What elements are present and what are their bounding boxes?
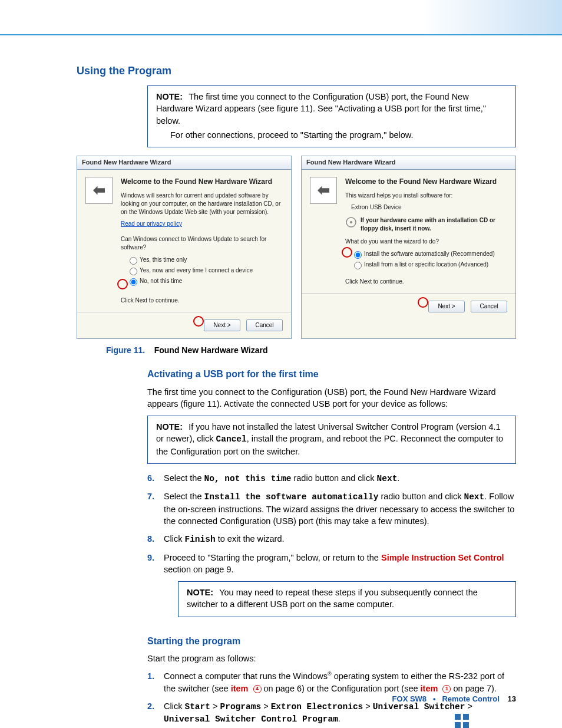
heading-using-the-program: Using the Program bbox=[77, 64, 516, 78]
wizard-titlebar: Found New Hardware Wizard bbox=[77, 156, 291, 169]
callout-circle bbox=[342, 247, 352, 258]
svg-point-1 bbox=[350, 221, 352, 223]
paragraph-start: Start the program as follows: bbox=[147, 653, 516, 664]
wizard-dialog-left: Found New Hardware Wizard Welcome to the… bbox=[77, 156, 292, 338]
step-7: Select the Install the software automati… bbox=[147, 490, 516, 527]
wizard-paragraph: This wizard helps you install software f… bbox=[345, 192, 507, 200]
cancel-button[interactable]: Cancel bbox=[246, 319, 283, 331]
steps-list-a: Select the No, not this time radio butto… bbox=[147, 472, 516, 617]
heading-starting-program: Starting the program bbox=[147, 635, 516, 648]
note-box-1: NOTE: The first time you connect to the … bbox=[147, 85, 516, 147]
next-button[interactable]: Next > bbox=[204, 319, 240, 331]
wizard-footer-text: Click Next to continue. bbox=[121, 297, 283, 305]
step-1: Connect a computer that runs the Windows… bbox=[147, 670, 516, 694]
paragraph-activating: The first time you connect to the Config… bbox=[147, 386, 516, 410]
wizard-footer-text: Click Next to continue. bbox=[345, 278, 507, 286]
wizard-question: Can Windows connect to Windows Update to… bbox=[121, 235, 283, 252]
note-box-3: NOTE: You may need to repeat these steps… bbox=[178, 581, 516, 617]
footer-bullet: • bbox=[433, 694, 436, 703]
note-box-2: NOTE: If you have not installed the late… bbox=[147, 416, 516, 464]
wizard-question: What do you want the wizard to do? bbox=[345, 238, 507, 246]
step-9: Proceed to "Starting the program," below… bbox=[147, 552, 516, 617]
note-1-line-1: The first time you connect to the Config… bbox=[156, 92, 486, 126]
figure-caption: Figure 11. Found New Hardware Wizard bbox=[106, 345, 516, 357]
page-header-gradient bbox=[0, 0, 562, 35]
link-item-4[interactable]: item bbox=[231, 684, 249, 693]
radio-yes-once[interactable]: Yes, this time only bbox=[127, 255, 283, 265]
note-label: NOTE: bbox=[187, 588, 213, 597]
footer-section: Remote Control bbox=[442, 694, 500, 703]
svg-rect-2 bbox=[455, 714, 461, 720]
wizard-dialog-right: Found New Hardware Wizard Welcome to the… bbox=[301, 156, 516, 338]
wizard-icon bbox=[310, 177, 337, 204]
wizard-paragraph: Windows will search for current and upda… bbox=[121, 192, 283, 216]
callout-number-icon: 4 bbox=[253, 685, 262, 693]
privacy-link[interactable]: Read our privacy policy bbox=[121, 220, 283, 228]
heading-activating-usb: Activating a USB port for the first time bbox=[147, 368, 516, 381]
cancel-literal: Cancel bbox=[216, 434, 247, 444]
radio-no-not-this-time[interactable]: No, not this time bbox=[127, 276, 283, 286]
radio-install-list[interactable]: Install from a list or specific location… bbox=[351, 260, 507, 269]
footer-product: FOX SW8 bbox=[392, 694, 427, 703]
program-icon bbox=[454, 713, 470, 728]
cancel-button[interactable]: Cancel bbox=[471, 301, 507, 312]
cd-instruction: If your hardware came with an installati… bbox=[361, 216, 507, 233]
radio-yes-always[interactable]: Yes, now and every time I connect a devi… bbox=[127, 266, 283, 275]
radio-install-auto[interactable]: Install the software automatically (Reco… bbox=[351, 249, 507, 259]
callout-circle bbox=[117, 279, 128, 289]
callout-number-icon: 1 bbox=[442, 685, 451, 693]
next-button[interactable]: Next > bbox=[428, 301, 465, 312]
step-6: Select the No, not this time radio butto… bbox=[147, 472, 516, 485]
wizard-heading: Welcome to the Found New Hardware Wizard bbox=[345, 177, 507, 187]
svg-rect-3 bbox=[463, 714, 469, 720]
wizard-heading: Welcome to the Found New Hardware Wizard bbox=[121, 177, 283, 187]
figure-number: Figure 11. bbox=[106, 345, 145, 355]
note-label: NOTE: bbox=[156, 422, 183, 431]
step-8: Click Finish to exit the wizard. bbox=[147, 533, 516, 545]
wizard-titlebar: Found New Hardware Wizard bbox=[302, 156, 515, 169]
page-footer: FOX SW8 • Remote Control 13 bbox=[392, 694, 516, 704]
device-name: Extron USB Device bbox=[351, 203, 507, 212]
figure-11: Found New Hardware Wizard Welcome to the… bbox=[77, 156, 516, 338]
note-1-line-2: For other connections, proceed to "Start… bbox=[170, 129, 507, 141]
svg-rect-5 bbox=[463, 722, 469, 728]
svg-rect-4 bbox=[455, 722, 461, 728]
link-sis-control[interactable]: Simple Instruction Set Control bbox=[381, 553, 504, 562]
callout-circle bbox=[418, 297, 428, 308]
link-item-1[interactable]: item bbox=[421, 684, 438, 693]
wizard-icon bbox=[85, 177, 113, 204]
note-label: NOTE: bbox=[156, 92, 183, 101]
callout-circle bbox=[193, 316, 204, 327]
note-3-text: You may need to repeat these steps if yo… bbox=[187, 588, 478, 609]
cd-icon bbox=[345, 216, 357, 230]
figure-title: Found New Hardware Wizard bbox=[154, 345, 268, 355]
footer-page-number: 13 bbox=[508, 694, 516, 703]
